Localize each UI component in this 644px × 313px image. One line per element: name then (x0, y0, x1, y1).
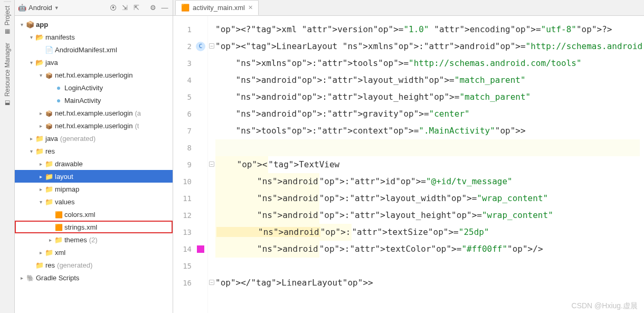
code-line[interactable]: −"op"></"tag">LinearLayout"op">> (215, 274, 640, 291)
code-line[interactable]: "ns">android"op">:"attr">layout_height"o… (215, 89, 640, 106)
gutter-line[interactable]: 6 (173, 106, 207, 122)
tree-item-net-hxl-example-userlogin[interactable]: ▾net.hxl.example.userlogin (15, 69, 173, 81)
chevron-right-icon[interactable]: ▸ (37, 123, 44, 129)
tree-item-label: layout (55, 173, 73, 181)
select-open-file-icon[interactable]: ⦿ (108, 4, 118, 12)
tree-item-values[interactable]: ▾values (15, 195, 173, 208)
code-line[interactable]: "ns">android"op">:"attr">layout_height"o… (215, 207, 640, 224)
code-line[interactable]: −"op"><"tag">LinearLayout "ns">xmlns"op"… (215, 38, 640, 55)
settings-icon[interactable]: ⚙ (148, 4, 158, 12)
chevron-right-icon[interactable]: ▸ (37, 174, 44, 179)
gutter-line[interactable]: 13 (173, 224, 207, 241)
chevron-right-icon[interactable]: ▸ (37, 186, 44, 192)
tree-item-net-hxl-example-userlogin[interactable]: ▸net.hxl.example.userlogin (t (15, 119, 173, 132)
tree-item-strings-xml[interactable]: ▸strings.xml (15, 221, 173, 233)
tree-item-themes[interactable]: ▸themes (2) (15, 233, 173, 246)
chevron-right-icon[interactable]: ▸ (37, 161, 44, 167)
fold-icon[interactable]: − (209, 43, 214, 49)
close-tab-icon[interactable]: ✕ (248, 4, 253, 11)
code-line[interactable]: "ns">tools"op">:"attr">context"op">=".Ma… (215, 122, 640, 139)
gutter-line[interactable]: 14 (173, 241, 207, 258)
fold-icon[interactable]: − (209, 162, 214, 167)
code-line[interactable]: "op"><?"tag">xml "attr">version"op">="1.… (215, 21, 640, 38)
tool-project[interactable]: ▦ Project (4, 1, 11, 39)
code-line[interactable] (215, 258, 640, 274)
chevron-right-icon[interactable]: ▸ (27, 136, 35, 141)
tool-project-label: Project (4, 6, 11, 25)
chevron-down-icon[interactable]: ▾ (27, 148, 35, 154)
code-line[interactable]: "ns">android"op">:"attr">gravity"op">="c… (215, 106, 640, 122)
gutter-line[interactable]: 16 (173, 274, 207, 291)
code-line[interactable] (215, 139, 640, 156)
tree-item-label: net.hxl.example.userlogin (55, 71, 132, 79)
tree-item-java[interactable]: ▾java (15, 56, 173, 69)
chevron-right-icon[interactable]: ▸ (46, 237, 54, 243)
code-line[interactable]: "ns">android"op">:"attr">textColor"op">=… (215, 241, 640, 258)
chevron-right-icon[interactable]: ▸ (37, 250, 44, 255)
code-line[interactable]: "ns">android"op">:"attr">textSize"op">="… (215, 224, 640, 241)
tree-item-mainactivity[interactable]: ▸MainActivity (15, 94, 173, 107)
tree-item-res[interactable]: ▾res (15, 145, 173, 157)
code-line[interactable]: "ns">android"op">:"attr">layout_width"op… (215, 190, 640, 207)
gutter-line[interactable]: 8 (173, 139, 207, 156)
color-swatch-icon[interactable] (197, 245, 204, 253)
tree-item-label: MainActivity (64, 97, 101, 105)
tree-item-manifests[interactable]: ▾manifests (15, 31, 173, 43)
tree-item-app[interactable]: ▾app (15, 18, 173, 31)
tree-item-androidmanifest-xml[interactable]: ▸AndroidManifest.xml (15, 43, 173, 56)
gutter-line[interactable]: 12 (173, 207, 207, 224)
code-line[interactable]: "ns">xmlns"op">:"attr">tools"op">="http:… (215, 55, 640, 72)
project-tree[interactable]: ▾app▾manifests▸AndroidManifest.xml▾java▾… (15, 16, 173, 313)
gutter-line[interactable]: 9 (173, 156, 207, 173)
tool-resource-manager[interactable]: ◧ Resource Manager (4, 39, 11, 110)
chevron-down-icon[interactable]: ▾ (37, 199, 44, 205)
gutter-line[interactable]: 11 (173, 190, 207, 207)
gutter-line[interactable]: 5 (173, 89, 207, 106)
tree-item-layout[interactable]: ▸layout (15, 170, 173, 183)
gutter-line[interactable]: 10 (173, 173, 207, 190)
tree-item-colors-xml[interactable]: ▸colors.xml (15, 208, 173, 221)
tree-item-java[interactable]: ▸java (generated) (15, 132, 173, 145)
mf-icon (44, 46, 54, 54)
project-view-selector[interactable]: 🤖 Android ▼ (18, 4, 59, 12)
gutter-line[interactable]: 7 (173, 122, 207, 139)
code-line[interactable]: − "op"><"tag">TextView (215, 156, 640, 173)
gutter-line[interactable]: 1 (173, 21, 207, 38)
class-gutter-icon[interactable]: C (196, 42, 205, 51)
tree-item-drawable[interactable]: ▸drawable (15, 157, 173, 170)
tree-item-mipmap[interactable]: ▸mipmap (15, 183, 173, 195)
class-icon (54, 96, 63, 105)
chevron-right-icon[interactable]: ▸ (37, 110, 44, 116)
gutter-line[interactable]: 2C (173, 38, 207, 55)
collapse-all-icon[interactable]: ⇱ (131, 4, 141, 12)
gutter-line[interactable]: 3 (173, 55, 207, 72)
editor-gutter[interactable]: 12C345678910111213141516 (173, 16, 208, 313)
code-area[interactable]: "op"><?"tag">xml "attr">version"op">="1.… (208, 16, 644, 313)
folder-icon (44, 198, 54, 206)
code-line[interactable]: "ns">android"op">:"attr">layout_width"op… (215, 72, 640, 89)
fold-icon[interactable]: − (209, 280, 214, 285)
chevron-down-icon[interactable]: ▾ (27, 60, 35, 65)
tree-item-res[interactable]: ▸res (generated) (15, 259, 173, 271)
chevron-down-icon[interactable]: ▾ (27, 34, 35, 40)
xml-icon (54, 223, 63, 231)
pkg-icon (44, 122, 54, 130)
chevron-down-icon[interactable]: ▾ (37, 72, 44, 78)
folder-icon (44, 173, 54, 181)
tree-item-loginactivity[interactable]: ▸LoginActivity (15, 81, 173, 94)
tree-item-xml[interactable]: ▸xml (15, 246, 173, 259)
tree-item-gradle-scripts[interactable]: ▸Gradle Scripts (15, 271, 173, 284)
tree-item-label: java (45, 59, 58, 67)
tab-activity-main[interactable]: 🟧 activity_main.xml ✕ (175, 0, 259, 15)
project-view-label: Android (29, 4, 52, 12)
code-line[interactable]: "ns">android"op">:"attr">id"op">="@+id/t… (215, 173, 640, 190)
tree-item-label: res (45, 261, 55, 269)
hide-panel-icon[interactable]: — (160, 4, 169, 12)
gutter-line[interactable]: 4 (173, 72, 207, 89)
tree-item-net-hxl-example-userlogin[interactable]: ▸net.hxl.example.userlogin (a (15, 107, 173, 119)
chevron-down-icon[interactable]: ▾ (18, 22, 25, 27)
tree-item-label: AndroidManifest.xml (55, 46, 117, 54)
chevron-right-icon[interactable]: ▸ (18, 275, 25, 281)
expand-all-icon[interactable]: ⇲ (120, 4, 129, 12)
gutter-line[interactable]: 15 (173, 258, 207, 274)
